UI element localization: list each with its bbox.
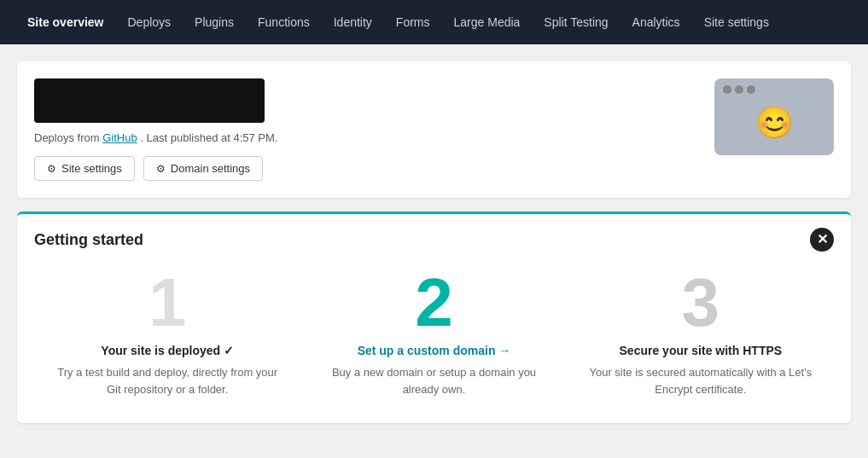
site-illustration: 😊 <box>714 78 834 155</box>
nav-item-large-media[interactable]: Large Media <box>444 10 531 34</box>
steps-container: 1 Your site is deployed ✓ Try a test bui… <box>17 260 851 423</box>
getting-started-header: Getting started ✕ <box>17 214 851 260</box>
face-emoji: 😊 <box>755 107 794 138</box>
nav-item-analytics[interactable]: Analytics <box>622 10 690 34</box>
nav-item-split-testing[interactable]: Split Testing <box>533 10 618 34</box>
github-link[interactable]: GitHub <box>102 131 137 144</box>
step-1-number: 1 <box>51 269 283 337</box>
close-button[interactable]: ✕ <box>810 228 834 252</box>
deploy-info: Deploys from GitHub . Last published at … <box>34 131 680 144</box>
step-3-description: Your site is secured automatically with … <box>585 364 817 397</box>
top-navigation: Site overview Deploys Plugins Functions … <box>0 0 868 44</box>
step-2-title[interactable]: Set up a custom domain → <box>317 344 550 357</box>
step-1-description: Try a test build and deploy, directly fr… <box>51 364 283 397</box>
step-3: 3 Secure your site with HTTPS Your site … <box>568 269 834 397</box>
nav-item-functions[interactable]: Functions <box>248 10 320 34</box>
step-3-number: 3 <box>585 269 817 337</box>
site-overview-card: Deploys from GitHub . Last published at … <box>17 61 851 198</box>
nav-item-site-settings[interactable]: Site settings <box>694 10 779 34</box>
step-2: 2 Set up a custom domain → Buy a new dom… <box>300 269 567 397</box>
nav-item-plugins[interactable]: Plugins <box>184 10 244 34</box>
step-1: 1 Your site is deployed ✓ Try a test bui… <box>34 269 300 397</box>
site-card-left: Deploys from GitHub . Last published at … <box>34 78 680 181</box>
step-1-title: Your site is deployed ✓ <box>51 344 283 357</box>
getting-started-title: Getting started <box>34 231 143 249</box>
nav-item-identity[interactable]: Identity <box>323 10 382 34</box>
action-buttons: ⚙ Site settings ⚙ Domain settings <box>34 156 680 181</box>
step-2-description: Buy a new domain or setup a domain you a… <box>317 364 550 397</box>
nav-item-site-overview[interactable]: Site overview <box>17 10 114 34</box>
gear-icon: ⚙ <box>47 163 56 175</box>
step-2-number: 2 <box>317 269 550 337</box>
domain-settings-button[interactable]: ⚙ Domain settings <box>143 156 263 181</box>
gear-icon-2: ⚙ <box>156 163 166 175</box>
main-content: Deploys from GitHub . Last published at … <box>0 44 868 458</box>
nav-item-deploys[interactable]: Deploys <box>118 10 182 34</box>
nav-item-forms[interactable]: Forms <box>386 10 440 34</box>
close-icon: ✕ <box>817 233 828 246</box>
site-settings-button[interactable]: ⚙ Site settings <box>34 156 135 181</box>
site-preview-thumbnail <box>34 78 265 123</box>
step-3-title: Secure your site with HTTPS <box>585 344 817 357</box>
getting-started-card: Getting started ✕ 1 Your site is deploye… <box>17 212 851 423</box>
